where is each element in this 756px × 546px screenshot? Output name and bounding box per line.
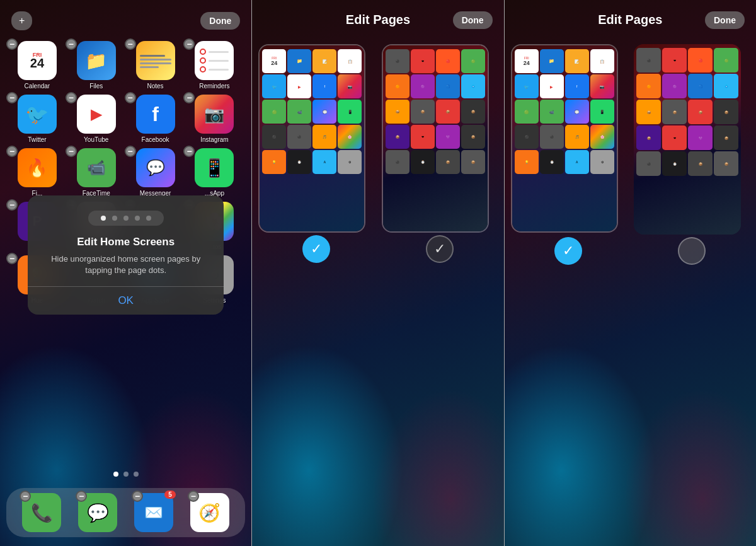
app-messenger[interactable]: − 💬 Messenger (127, 148, 184, 197)
page-thumb-2[interactable]: ⚫ ❤ 🔴 🟢 🟠 🟣 🔵 💠 📦 📦 📦 📦 📦 ❤ (382, 44, 498, 243)
remove-badge[interactable]: − (6, 146, 18, 157)
add-button[interactable]: + (11, 11, 32, 30)
app-label-calendar: Calendar (25, 83, 50, 90)
page-content-3: FRI24 📁 📝 📋 🐦 ▶ f 📷 🟢 📹 💬 📱 ⚫ (512, 45, 617, 231)
instagram-icon: 📷 (195, 95, 234, 134)
notes-icon (136, 41, 175, 80)
calendar-icon: FRI 24 (18, 41, 57, 80)
app-label-instagram: Instagram (200, 136, 228, 143)
app-label-facebook: Facebook (142, 136, 169, 143)
fire-icon: 🔥 (18, 148, 57, 187)
page4-checkmark[interactable] (678, 237, 706, 265)
page-thumb-1[interactable]: FRI24 📁 📝 📋 🐦 ▶ f 📷 🟢 📹 💬 📱 ⚫ (258, 44, 374, 243)
youtube-icon: ▶ (77, 95, 116, 134)
page-thumb-inner-1: FRI24 📁 📝 📋 🐦 ▶ f 📷 🟢 📹 💬 📱 ⚫ (258, 44, 365, 233)
app-label-youtube: YouTube (84, 136, 108, 143)
remove-badge[interactable]: − (125, 92, 136, 103)
remove-badge[interactable]: − (183, 92, 195, 103)
page-thumb-inner-2: ⚫ ❤ 🔴 🟢 🟠 🟣 🔵 💠 📦 📦 📦 📦 📦 ❤ (382, 44, 489, 233)
page1-checkmark[interactable]: ✓ (302, 235, 330, 263)
pages-container-2: FRI24 📁 📝 📋 🐦 ▶ f 📷 🟢 📹 💬 📱 ⚫ (258, 44, 497, 243)
app-files[interactable]: − 📁 Files (68, 41, 125, 90)
edit-home-screens-dialog: Edit Home Screens Hide unorganized home … (28, 195, 224, 315)
dialog-body: Hide unorganized home screen pages by ta… (40, 253, 211, 276)
dock-messages[interactable]: − 💬 (78, 493, 117, 532)
dock-phone[interactable]: − 📞 (22, 493, 61, 532)
done-button[interactable]: Done (200, 12, 240, 30)
dock: − 📞 − 💬 − ✉️ 5 − 🧭 (6, 488, 245, 537)
page-dot-2 (112, 216, 117, 221)
app-calendar[interactable]: − FRI 24 Calendar (9, 41, 66, 90)
pages-container-3: FRI24 📁 📝 📋 🐦 ▶ f 📷 🟢 📹 💬 📱 ⚫ (511, 44, 750, 245)
app-youtube[interactable]: − ▶ YouTube (68, 95, 125, 143)
twitter-icon: 🐦 (18, 95, 57, 134)
app-label-files: Files (89, 83, 103, 90)
page-dot-5 (146, 216, 151, 221)
page-thumb-4[interactable]: ⚫ ❤ 🔴 🟢 🟠 🟣 🔵 💠 📦 📦 📦 📦 📦 ❤ (634, 44, 750, 245)
app-label-notes: Notes (147, 83, 164, 90)
dialog-ok-button[interactable]: OK (40, 287, 211, 315)
page-indicator (0, 472, 251, 477)
messenger-icon: 💬 (136, 148, 175, 187)
remove-badge[interactable]: − (6, 38, 18, 50)
app-instagram[interactable]: − 📷 Instagram (186, 95, 243, 143)
remove-badge[interactable]: − (6, 199, 18, 211)
calendar-num: 24 (30, 57, 44, 69)
dock-safari[interactable]: − 🧭 (190, 493, 229, 532)
dialog-dot-track (88, 211, 164, 226)
remove-badge[interactable]: − (125, 38, 136, 50)
page-content-1: FRI24 📁 📝 📋 🐦 ▶ f 📷 🟢 📹 💬 📱 ⚫ (260, 45, 364, 231)
remove-badge[interactable]: − (66, 38, 77, 50)
app-label-twitter: Twitter (28, 136, 46, 143)
facetime-icon: 📹 (77, 148, 116, 187)
page-indicator-dot-2 (123, 472, 129, 477)
whatsapp-icon: 📱 (195, 148, 234, 187)
remove-badge[interactable]: − (6, 92, 18, 103)
plus-icon: + (19, 15, 25, 26)
app-notes[interactable]: − Notes (127, 41, 184, 90)
app-reminders[interactable]: − Reminders (186, 41, 243, 90)
app-twitter[interactable]: − 🐦 Twitter (9, 95, 66, 143)
remove-badge[interactable]: − (66, 92, 77, 103)
dialog-title: Edit Home Screens (40, 236, 211, 248)
remove-badge[interactable]: − (188, 491, 199, 502)
page-thumb-inner-3: FRI24 📁 📝 📋 🐦 ▶ f 📷 🟢 📹 💬 📱 ⚫ (511, 44, 618, 233)
remove-badge[interactable]: − (66, 146, 77, 157)
remove-badge[interactable]: − (183, 38, 195, 50)
app-facebook[interactable]: − f Facebook (127, 95, 184, 143)
app-fire[interactable]: − 🔥 Fi... (9, 148, 66, 197)
mail-badge: 5 (164, 491, 176, 499)
page-indicator-dot-1 (113, 472, 118, 477)
page3-checkmark[interactable]: ✓ (554, 237, 582, 265)
remove-badge[interactable]: − (132, 491, 143, 502)
panel2-done-button[interactable]: Done (453, 11, 493, 29)
page-indicator-dot-3 (134, 472, 139, 477)
app-facetime[interactable]: − 📹 FaceTime (68, 148, 125, 197)
remove-badge[interactable]: − (125, 146, 136, 157)
page-content-4: ⚫ ❤ 🔴 🟢 🟠 🟣 🔵 💠 📦 📦 📦 📦 📦 ❤ (634, 44, 741, 235)
app-whatsapp[interactable]: − 📱 ...sApp (186, 148, 243, 197)
files-icon: 📁 (77, 41, 116, 80)
page-content-2: ⚫ ❤ 🔴 🟢 🟠 🟣 🔵 💠 📦 📦 📦 📦 📦 ❤ (383, 45, 488, 231)
app-label-reminders: Reminders (199, 83, 229, 90)
panel-1: + Done − FRI 24 Calendar − 📁 Files − (0, 0, 251, 546)
panel-3: Edit Pages Done FRI24 📁 📝 📋 🐦 ▶ (505, 0, 756, 546)
page-dot-4 (135, 216, 140, 221)
page-thumb-inner-4: ⚫ ❤ 🔴 🟢 🟠 🟣 🔵 💠 📦 📦 📦 📦 📦 ❤ (634, 44, 741, 235)
facebook-icon: f (136, 95, 175, 134)
remove-badge[interactable]: − (183, 146, 195, 157)
panel3-done-button[interactable]: Done (705, 11, 745, 29)
page2-checkmark[interactable]: ✓ (426, 235, 454, 263)
top-bar: + Done (0, 11, 251, 30)
page-dot-3 (123, 216, 129, 221)
reminders-icon (195, 41, 234, 80)
panel-2: Edit Pages Done FRI24 📁 📝 📋 🐦 ▶ (252, 0, 503, 546)
dock-mail[interactable]: − ✉️ 5 (134, 493, 173, 532)
page-dot-1 (101, 216, 106, 221)
remove-badge[interactable]: − (6, 253, 18, 264)
page-thumb-3[interactable]: FRI24 📁 📝 📋 🐦 ▶ f 📷 🟢 📹 💬 📱 ⚫ (511, 44, 627, 245)
